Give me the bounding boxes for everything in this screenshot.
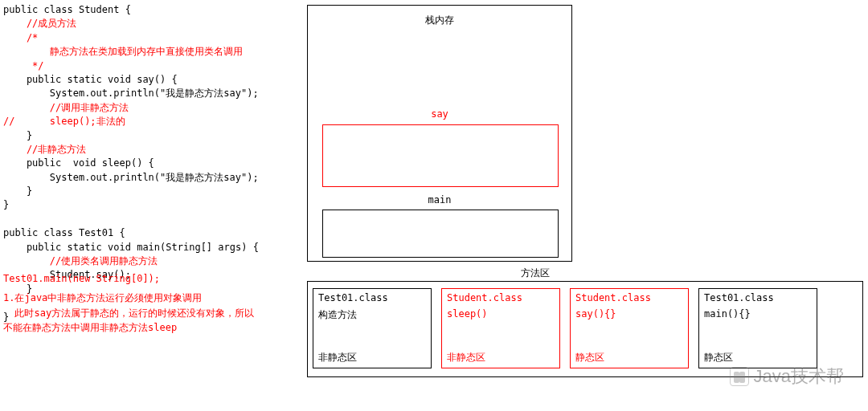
watermark-text: Java技术帮 [754,364,844,389]
stack-frame-main [322,210,559,258]
class-member: main(){} [699,307,817,321]
class-title: Student.class [571,289,688,307]
class-title: Test01.class [699,289,817,307]
stack-frame-say-label: say [431,108,448,120]
class-title: Student.class [442,289,559,307]
stack-frame-main-label: main [428,194,452,206]
class-member: say(){} [571,307,688,321]
class-box-test01-static: Test01.class main(){} 静态区 [698,288,817,368]
watermark: Java技术帮 [730,364,844,389]
stack-title: 栈内存 [308,14,571,27]
stack-memory-box: 栈内存 say main [307,5,572,262]
area-label: 静态区 [704,351,733,364]
method-area-box: Test01.class 构造方法 非静态区 Student.class sle… [307,281,863,377]
area-label: 非静态区 [318,351,357,364]
run-expression: Test01.main(new String[0]); [3,273,160,284]
class-box-student-static: Student.class say(){} 静态区 [570,288,689,368]
area-label: 非静态区 [447,351,485,364]
class-member: sleep() [442,307,559,321]
class-box-test01-nonstatic: Test01.class 构造方法 非静态区 [313,288,432,368]
class-box-student-nonstatic: Student.class sleep() 非静态区 [441,288,560,368]
class-title: Test01.class [313,289,431,307]
stack-frame-say [322,124,559,187]
area-label: 静态区 [575,351,604,364]
class-member: 构造方法 [313,307,431,324]
method-area-title: 方法区 [521,267,550,280]
explanation-note: 1.在java中非静态方法运行必须使用对象调用 此时say方法属于静态的，运行的… [3,291,260,336]
wechat-icon [730,367,749,386]
